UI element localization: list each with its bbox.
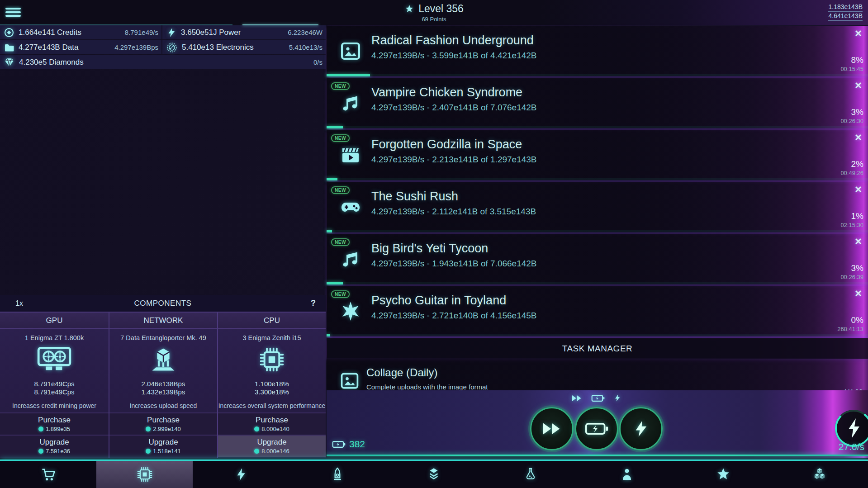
upload-time: 00:26:30 <box>840 118 863 124</box>
network-column: NETWORK 7 Data Entangloporter Mk. 49 2.0… <box>109 313 217 458</box>
coin-icon <box>254 449 259 454</box>
close-icon[interactable]: ✕ <box>854 80 862 91</box>
task-title: Collage (Daily) <box>366 366 437 379</box>
nav-components[interactable] <box>96 461 193 488</box>
upload-stats: 4.297e139B/s - 2.721e140B of 4.156e145B <box>371 311 537 321</box>
close-icon[interactable]: ✕ <box>854 236 862 247</box>
gpu-column: GPU 1 Enigma ZT 1.800k 8.791e49Cps 8.791… <box>0 313 109 458</box>
components-panel: 1x COMPONENTS ? GPU 1 Enigma ZT 1.800k 8… <box>0 295 326 458</box>
nav-profile[interactable] <box>579 461 675 488</box>
tab-cpu[interactable]: CPU <box>218 313 326 329</box>
folder-icon <box>4 42 14 53</box>
upload-percent: 1% <box>840 211 863 221</box>
upload-percent: 8% <box>840 55 863 65</box>
power-rate: 6.223e46W <box>288 28 323 36</box>
upload-stats: 4.297e139B/s - 2.213e141B of 1.297e143B <box>371 155 537 165</box>
upload-row[interactable]: NEW The Sushi Rush 4.297e139B/s - 2.112e… <box>327 182 868 232</box>
nav-power[interactable] <box>193 461 289 488</box>
bolt-icon <box>166 27 177 38</box>
tab-network[interactable]: NETWORK <box>109 313 217 329</box>
upload-stats: 4.297e139B/s - 1.943e141B of 7.066e142B <box>371 259 537 269</box>
energy-rate: 27.0/s <box>839 441 864 452</box>
upload-time: 00:15:45 <box>840 66 863 72</box>
fast-forward-button[interactable] <box>530 407 574 450</box>
bolt-icon <box>631 419 650 438</box>
nav-shop[interactable] <box>0 461 96 488</box>
diamond-icon <box>4 57 15 68</box>
upload-progressbar <box>327 178 868 180</box>
tab-gpu[interactable]: GPU <box>0 313 109 329</box>
network-upgrade-cost: 1.518e141 <box>153 448 180 455</box>
gpu-purchase-cost: 1.899e35 <box>46 426 70 432</box>
gpu-purchase-button[interactable]: Purchase 1.899e35 <box>0 412 109 435</box>
boost-button[interactable] <box>619 407 663 450</box>
diamonds-amount: 4.230e5 Diamonds <box>19 58 84 67</box>
upload-stats: 4.297e139B/s - 3.599e141B of 4.421e142B <box>371 51 537 61</box>
upload-progressbar <box>327 126 868 128</box>
upload-stats: 4.297e139B/s - 2.407e141B of 7.076e142B <box>371 103 537 113</box>
nav-resources[interactable] <box>772 461 868 488</box>
gpu-upgrade-button[interactable]: Upgrade 7.591e36 <box>0 435 109 457</box>
upload-row[interactable]: NEW Psycho Guitar in Toyland 4.297e139B/… <box>327 286 868 336</box>
network-upgrade-button[interactable]: Upgrade 1.518e141 <box>109 435 217 457</box>
cpu-upgrade-cost: 8.000e146 <box>261 448 289 455</box>
power-resource: 3.650e51J Power 6.223e46W <box>162 25 326 39</box>
nav-layers[interactable] <box>386 461 482 488</box>
cubes-icon <box>812 467 827 482</box>
credits-rate: 8.791e49/s <box>125 28 158 36</box>
burst-icon <box>340 300 361 322</box>
storage-max: 4.641e143B <box>828 12 863 21</box>
star-icon <box>716 467 731 482</box>
new-badge: NEW <box>331 290 350 298</box>
electronics-resource: 5.410e13 Electronics 5.410e13/s <box>162 40 326 54</box>
network-purchase-cost: 2.999e140 <box>153 426 180 432</box>
credits-amount: 1.664e141 Credits <box>19 28 81 37</box>
coin-icon <box>4 27 14 38</box>
level-display: Level 356 69 Points <box>0 3 868 23</box>
upload-row[interactable]: NEW Vampire Chicken Syndrome 4.297e139B/… <box>327 78 868 128</box>
upload-row[interactable]: NEW Big Bird's Yeti Tycoon 4.297e139B/s … <box>327 234 868 284</box>
new-badge: NEW <box>331 82 350 90</box>
close-icon[interactable]: ✕ <box>854 288 862 299</box>
close-icon[interactable]: ✕ <box>854 184 862 195</box>
nav-research[interactable] <box>482 461 579 488</box>
gpu-icon <box>37 346 71 371</box>
help-button[interactable]: ? <box>311 298 316 308</box>
gpu-owned: 1 Enigma ZT 1.800k <box>0 329 109 341</box>
boost-indicators <box>571 394 621 402</box>
nav-missions[interactable] <box>289 461 386 488</box>
upload-percent: 3% <box>840 107 863 117</box>
upload-time: 268:41:13 <box>837 326 863 332</box>
upload-row[interactable]: NEW Forgotten Godzilla in Space 4.297e13… <box>327 130 868 180</box>
coin-icon <box>254 426 259 431</box>
chip-icon <box>137 466 153 483</box>
points-label: 69 Points <box>0 16 868 23</box>
coin-icon <box>146 426 151 431</box>
diamonds-resource: 4.230e5 Diamonds 0/s <box>0 55 326 69</box>
upload-row[interactable]: NEW Radical Fashion Underground 4.297e13… <box>327 26 868 76</box>
bar-divider <box>327 455 868 456</box>
cpu-upgrade-button[interactable]: Upgrade 8.000e146 <box>218 435 326 457</box>
network-purchase-button[interactable]: Purchase 2.999e140 <box>109 412 217 435</box>
battery-counter: 382 <box>332 439 365 450</box>
close-icon[interactable]: ✕ <box>854 132 862 143</box>
network-owned: 7 Data Entangloporter Mk. 49 <box>109 329 217 341</box>
upload-percent: 3% <box>840 263 863 273</box>
task-manager-title: TASK MANAGER <box>562 344 633 354</box>
gpu-upgrade-cost: 7.591e36 <box>46 448 70 455</box>
network-stat1: 2.046e138Bps <box>109 380 217 388</box>
task-manager-header: TASK MANAGER <box>327 338 868 359</box>
battery-charge-button[interactable] <box>575 407 618 450</box>
nav-achievements[interactable] <box>675 461 771 488</box>
gpu-stat1: 8.791e49Cps <box>0 380 109 388</box>
upload-title: Vampire Chicken Syndrome <box>371 85 522 99</box>
cpu-column: CPU 3 Enigma Zenith i15 1.100e18% 3.300e… <box>217 313 326 458</box>
cpu-purchase-button[interactable]: Purchase 8.000e140 <box>218 412 326 435</box>
coin-icon <box>38 426 43 431</box>
storage-current: 1.183e143B <box>828 3 863 12</box>
fast-forward-icon <box>571 394 583 402</box>
battery-count: 382 <box>349 439 365 450</box>
layers-icon <box>426 467 441 482</box>
close-icon[interactable]: ✕ <box>854 28 862 39</box>
buy-multiplier-toggle[interactable]: 1x <box>15 299 23 308</box>
